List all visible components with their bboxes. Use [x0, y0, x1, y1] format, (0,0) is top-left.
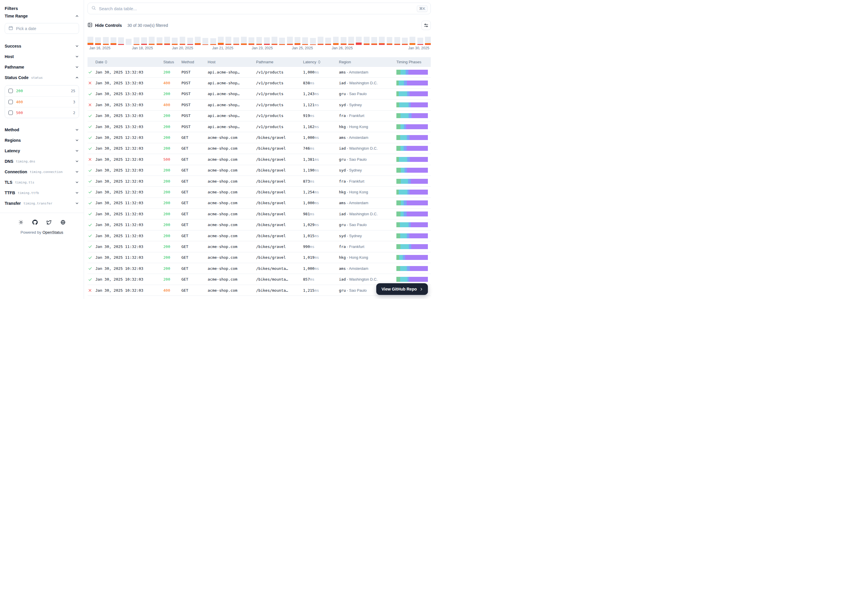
- cell-pathname: /bikes/gravel: [256, 190, 303, 194]
- histogram-bar: [95, 37, 101, 45]
- timing-segment-tls: [409, 113, 412, 118]
- timing-segment-dns: [396, 190, 399, 194]
- app-root: Filters Time Range Pick a date Success H…: [0, 0, 434, 299]
- table-row[interactable]: Jan 30, 2025 11:32:03 200 GET acme-shop.…: [88, 252, 431, 263]
- checkbox-400[interactable]: [9, 100, 13, 104]
- github-icon[interactable]: [32, 219, 38, 225]
- section-ttfb[interactable]: TTFB timing.ttfb: [4, 188, 79, 198]
- timing-segment-ttfb: [409, 233, 428, 238]
- table-row[interactable]: Jan 30, 2025 13:32:03 400 POST api.acme-…: [88, 78, 431, 88]
- section-latency[interactable]: Latency: [4, 145, 79, 156]
- cell-date: Jan 30, 2025 12:32:03: [96, 168, 163, 172]
- table-row[interactable]: Jan 30, 2025 10:32:03 200 GET acme-shop.…: [88, 263, 431, 274]
- table-row[interactable]: Jan 30, 2025 12:32:03 200 GET acme-shop.…: [88, 143, 431, 154]
- hide-controls-button[interactable]: Hide Controls: [88, 22, 122, 28]
- timing-segment-tls: [407, 135, 410, 140]
- cell-region: fra - Frankfurt: [339, 114, 396, 118]
- cell-host: acme-shop.com: [208, 190, 256, 194]
- table-row[interactable]: Jan 30, 2025 13:32:03 200 POST api.acme-…: [88, 111, 431, 121]
- sidebar-footer: Powered by OpenStatus: [0, 213, 84, 235]
- cell-host: acme-shop.com: [208, 168, 256, 172]
- table-row[interactable]: Jan 30, 2025 11:32:03 200 GET acme-shop.…: [88, 198, 431, 209]
- timing-segment-connection: [401, 200, 404, 205]
- panel-left-close-icon: [88, 22, 93, 28]
- status-option-400[interactable]: 400 3: [5, 96, 79, 107]
- check-icon: [88, 277, 92, 281]
- theme-toggle-sun-icon[interactable]: [18, 219, 24, 225]
- cell-pathname: /bikes/gravel: [256, 135, 303, 140]
- timing-phases-bar: [396, 102, 428, 108]
- checkbox-500[interactable]: [9, 111, 13, 115]
- section-tls[interactable]: TLS timing.tls: [4, 177, 79, 188]
- table-row[interactable]: Jan 30, 2025 13:32:03 400 POST api.acme-…: [88, 99, 431, 110]
- section-status-code[interactable]: Status Code status: [4, 72, 79, 83]
- cell-latency: 857ms: [303, 277, 339, 281]
- section-pathname[interactable]: Pathname: [4, 62, 79, 72]
- table-row[interactable]: Jan 30, 2025 11:32:03 200 GET acme-shop.…: [88, 219, 431, 230]
- cell-status: 400: [163, 103, 181, 107]
- histogram-bar: [118, 37, 124, 45]
- openstatus-link[interactable]: OpenStatus: [42, 230, 63, 235]
- cell-latency: 1,162ms: [303, 124, 339, 129]
- table-row[interactable]: Jan 30, 2025 11:32:03 200 GET acme-shop.…: [88, 241, 431, 252]
- table-row[interactable]: Jan 30, 2025 13:32:03 200 POST api.acme-…: [88, 89, 431, 99]
- section-dns[interactable]: DNS timing.dns: [4, 156, 79, 167]
- checkbox-200[interactable]: [9, 89, 13, 93]
- section-method[interactable]: Method: [4, 124, 79, 135]
- view-options-button[interactable]: [421, 21, 431, 30]
- cell-region: ams - Amsterdam: [339, 135, 396, 140]
- timing-segment-tls: [408, 190, 410, 194]
- check-icon: [88, 266, 92, 271]
- table-row[interactable]: Jan 30, 2025 11:32:03 200 GET acme-shop.…: [88, 230, 431, 241]
- cell-host: api.acme-shop…: [208, 81, 256, 85]
- table-row[interactable]: Jan 30, 2025 13:32:03 200 POST api.acme-…: [88, 121, 431, 132]
- twitter-icon[interactable]: [46, 219, 52, 225]
- globe-icon[interactable]: [60, 219, 66, 225]
- table-row[interactable]: Jan 30, 2025 12:32:03 200 GET acme-shop.…: [88, 176, 431, 187]
- date-picker-input[interactable]: Pick a date: [4, 23, 79, 34]
- timing-segment-connection: [400, 113, 409, 118]
- cell-region: ams - Amsterdam: [339, 266, 396, 271]
- table-row[interactable]: Jan 30, 2025 12:32:03 200 GET acme-shop.…: [88, 132, 431, 143]
- search-placeholder: Search data table...: [99, 6, 414, 11]
- section-connection[interactable]: Connection timing.connection: [4, 167, 79, 177]
- timing-segment-ttfb: [409, 135, 428, 140]
- cell-date: Jan 30, 2025 12:32:03: [96, 190, 163, 194]
- table-row[interactable]: Jan 30, 2025 12:32:03 500 GET acme-shop.…: [88, 154, 431, 165]
- section-time-range[interactable]: Time Range: [4, 11, 79, 21]
- section-success[interactable]: Success: [4, 41, 79, 51]
- table-row[interactable]: Jan 30, 2025 13:32:03 200 POST api.acme-…: [88, 67, 431, 78]
- timing-segment-ttfb: [409, 91, 428, 96]
- section-key: timing.dns: [16, 160, 35, 163]
- cell-status: 400: [163, 81, 181, 85]
- row-result-icon: [88, 266, 96, 271]
- timing-segment-connection: [400, 146, 404, 151]
- requests-histogram[interactable]: Jan 16, 2025Jan 18, 2025Jan 20, 2025Jan …: [88, 37, 431, 51]
- view-github-repo-button[interactable]: View GitHub Repo: [376, 283, 428, 295]
- timing-segment-connection: [400, 70, 406, 75]
- cell-method: POST: [181, 81, 208, 85]
- status-option-500[interactable]: 500 2: [5, 107, 79, 118]
- header-host: Host: [208, 60, 256, 64]
- status-count: 2: [73, 111, 75, 115]
- cell-date: Jan 30, 2025 13:32:03: [96, 103, 163, 107]
- cell-latency: 1,121ms: [303, 103, 339, 107]
- timing-segment-dns: [396, 255, 399, 260]
- histogram-bar: [302, 37, 308, 45]
- status-option-200[interactable]: 200 25: [5, 85, 79, 96]
- section-regions[interactable]: Regions: [4, 135, 79, 145]
- header-latency[interactable]: Latency: [303, 60, 339, 64]
- table-row[interactable]: Jan 30, 2025 12:32:03 200 GET acme-shop.…: [88, 165, 431, 176]
- cell-method: POST: [181, 103, 208, 107]
- header-date[interactable]: Date: [96, 60, 163, 64]
- section-transfer[interactable]: Transfer timing.transfer: [4, 198, 79, 209]
- table-row[interactable]: Jan 30, 2025 11:32:03 200 GET acme-shop.…: [88, 209, 431, 219]
- histogram-bar: [88, 37, 93, 45]
- section-host[interactable]: Host: [4, 51, 79, 62]
- table-row[interactable]: Jan 30, 2025 12:32:03 200 GET acme-shop.…: [88, 187, 431, 197]
- cell-latency: 1,243ms: [303, 91, 339, 96]
- section-key: timing.ttfb: [18, 191, 39, 195]
- histogram-bars: [88, 37, 431, 45]
- search-input[interactable]: Search data table... ⌘K: [88, 3, 431, 14]
- cell-host: acme-shop.com: [208, 146, 256, 151]
